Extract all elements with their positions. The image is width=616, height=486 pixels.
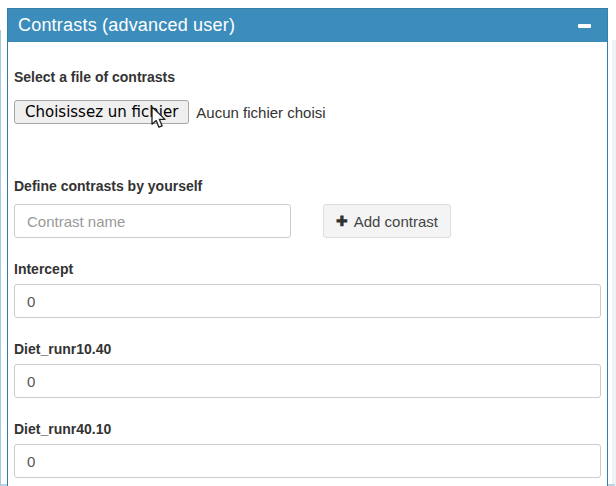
add-contrast-button[interactable]: ✚ Add contrast	[323, 204, 451, 238]
file-status-text: Aucun fichier choisi	[196, 104, 325, 121]
choose-file-button[interactable]: Choisissez un fichier	[14, 100, 189, 124]
field-label-diet-runr40-10: Diet_runr40.10	[14, 420, 601, 439]
add-contrast-label: Add contrast	[354, 213, 438, 230]
field-input-intercept[interactable]	[14, 284, 601, 318]
page: Contrasts (advanced user) Select a file …	[0, 0, 616, 486]
panel-body: Select a file of contrasts Choisissez un…	[8, 68, 607, 478]
define-section-label: Define contrasts by yourself	[14, 177, 601, 196]
adjacent-panel-edge-right	[612, 40, 616, 486]
file-input-row: Choisissez un fichier Aucun fichier choi…	[14, 100, 601, 124]
adjacent-panel-edge-left	[0, 30, 1, 486]
field-label-diet-runr10-40: Diet_runr10.40	[14, 340, 601, 359]
contrasts-panel: Contrasts (advanced user) Select a file …	[7, 8, 608, 486]
plus-icon: ✚	[336, 214, 348, 228]
define-contrast-row: ✚ Add contrast	[14, 204, 601, 238]
field-input-diet-runr10-40[interactable]	[14, 364, 601, 398]
minus-icon	[578, 24, 591, 28]
field-label-intercept: Intercept	[14, 260, 601, 279]
panel-title: Contrasts (advanced user)	[18, 15, 235, 36]
file-section-label: Select a file of contrasts	[14, 68, 601, 87]
collapse-button[interactable]	[571, 13, 597, 39]
panel-header: Contrasts (advanced user)	[8, 9, 607, 42]
field-input-diet-runr40-10[interactable]	[14, 444, 601, 478]
contrast-name-input[interactable]	[14, 204, 291, 238]
